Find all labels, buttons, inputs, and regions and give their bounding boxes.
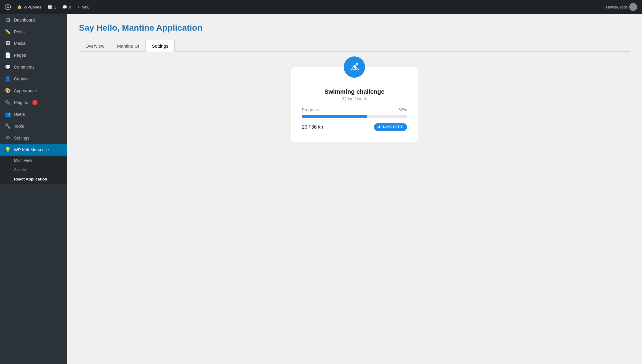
updates-icon: 🔄 — [47, 5, 52, 9]
comments-nav-icon: 💬 — [5, 64, 11, 70]
sidebar-label-users: Users — [14, 112, 25, 117]
days-badge: 4 DAYS LEFT — [374, 123, 407, 131]
sidebar-item-wpkirk[interactable]: 💡 WP Kirk Menu title ◀ — [0, 144, 67, 156]
sidebar-item-tools[interactable]: 🔧 Tools — [0, 120, 67, 132]
tools-icon: 🔧 — [5, 123, 11, 129]
submenu-label-main-view: Main View — [14, 158, 32, 163]
sidebar-label-settings: Settings — [14, 136, 29, 140]
sidebar-label-posts: Posts — [14, 29, 25, 34]
main-content: Say Hello, Mantine Application Overview … — [67, 14, 642, 364]
submenu-item-main-view[interactable]: Main View — [0, 156, 67, 165]
submenu: Main View Assets React Application — [0, 156, 67, 184]
tab-mantine-ui[interactable]: Mantine UI — [111, 40, 146, 52]
sidebar-label-wpkirk: WP Kirk Menu title — [14, 147, 49, 152]
new-link[interactable]: + New — [77, 5, 89, 9]
site-name-link[interactable]: 🏠 WPBones — [17, 5, 41, 9]
new-icon: + — [77, 5, 80, 9]
site-name-label: WPBones — [24, 5, 41, 9]
sidebar-item-pages[interactable]: 📄 Pages — [0, 49, 67, 61]
admin-bar: W 🏠 WPBones 🔄 1 💬 0 + New Howdy, root — [0, 0, 642, 14]
submenu-item-react-application[interactable]: React Application — [0, 174, 67, 184]
collapse-arrow-icon: ◀ — [61, 148, 64, 151]
sidebar-item-appearance[interactable]: 🎨 Appearance — [0, 85, 67, 96]
sidebar-item-media[interactable]: 🖼 Media — [0, 38, 67, 49]
progress-bar-background — [302, 115, 407, 118]
svg-point-2 — [356, 63, 358, 65]
updates-link[interactable]: 🔄 1 — [47, 5, 56, 9]
plugins-icon: 🔌 — [5, 99, 11, 105]
sidebar-item-settings[interactable]: ⚙ Settings — [0, 132, 67, 144]
comments-icon: 💬 — [62, 5, 67, 9]
comments-link[interactable]: 💬 0 — [62, 5, 71, 9]
sidebar-item-comments[interactable]: 💬 Comments — [0, 61, 67, 73]
wp-logo-link[interactable]: W — [5, 4, 11, 10]
progress-percent: 62% — [398, 107, 407, 112]
site-name-icon: 🏠 — [17, 5, 22, 9]
sidebar-label-media: Media — [14, 41, 26, 46]
sidebar-item-plugins[interactable]: 🔌 Plugins 1 — [0, 96, 67, 108]
sidebar-item-dashboard[interactable]: ⊞ Dashboard — [0, 14, 67, 26]
sidebar-label-dashboard: Dashboard — [14, 18, 35, 22]
tab-settings[interactable]: Settings — [145, 40, 175, 52]
sidebar: ⊞ Dashboard ✏️ Posts 🖼 Media 📄 Pages 💬 C… — [0, 14, 67, 364]
new-label: New — [81, 5, 89, 9]
plugins-badge: 1 — [32, 100, 38, 105]
progress-bar-fill — [302, 115, 367, 118]
posts-icon: ✏️ — [5, 29, 11, 35]
sidebar-item-captain[interactable]: 👤 Captain — [0, 73, 67, 85]
tab-bar: Overview Mantine UI Settings — [79, 40, 630, 52]
pages-icon: 📄 — [5, 52, 11, 58]
media-icon: 🖼 — [5, 41, 11, 46]
sidebar-label-captain: Captain — [14, 76, 29, 81]
submenu-label-assets: Assets — [14, 167, 26, 172]
dashboard-icon: ⊞ — [5, 17, 11, 23]
comments-count: 0 — [69, 5, 71, 9]
wpkirk-icon: 💡 — [5, 147, 11, 153]
tab-overview[interactable]: Overview — [79, 40, 111, 52]
swimming-icon-circle — [344, 56, 365, 78]
sidebar-label-tools: Tools — [14, 124, 24, 129]
card-bottom-row: 20 / 36 km 4 DAYS LEFT — [302, 123, 407, 131]
sidebar-label-pages: Pages — [14, 53, 26, 58]
sidebar-label-plugins: Plugins — [14, 100, 28, 105]
settings-nav-icon: ⚙ — [5, 135, 11, 141]
sidebar-item-posts[interactable]: ✏️ Posts — [0, 26, 67, 38]
captain-icon: 👤 — [5, 76, 11, 82]
swimming-icon — [349, 62, 360, 72]
card-container: Swimming challenge 32 km / week Progress… — [79, 61, 630, 142]
wp-logo-icon: W — [5, 4, 11, 10]
sidebar-label-comments: Comments — [14, 65, 35, 69]
sidebar-label-appearance: Appearance — [14, 88, 37, 93]
users-icon: 👥 — [5, 111, 11, 117]
sidebar-item-users[interactable]: 👥 Users — [0, 108, 67, 120]
updates-count: 1 — [54, 5, 56, 9]
progress-label: Progress — [302, 107, 319, 112]
avatar — [629, 3, 637, 11]
progress-row: Progress 62% — [302, 107, 407, 112]
howdy-text: Howdy, root — [606, 5, 627, 9]
swimming-card: Swimming challenge 32 km / week Progress… — [291, 67, 418, 142]
km-text: 20 / 36 km — [302, 124, 325, 130]
svg-text:W: W — [6, 5, 9, 9]
card-title: Swimming challenge — [324, 88, 384, 95]
submenu-item-assets[interactable]: Assets — [0, 165, 67, 174]
appearance-icon: 🎨 — [5, 88, 11, 93]
card-subtitle: 32 km / week — [342, 96, 367, 101]
submenu-label-react-application: React Application — [14, 177, 47, 181]
page-title: Say Hello, Mantine Application — [79, 23, 630, 33]
